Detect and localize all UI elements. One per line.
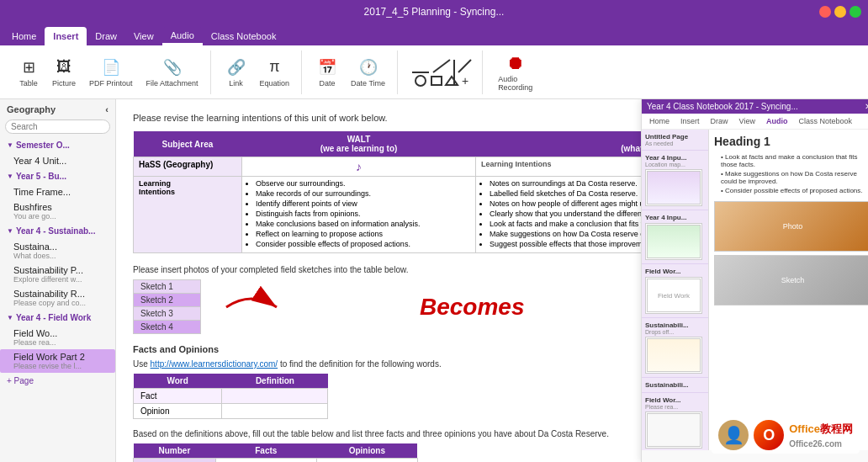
logo-overlay: 👤 O Office教程网 Office26.com xyxy=(712,417,860,454)
datetime-group: 📅 Date 🕐 Date Time xyxy=(305,50,398,94)
walt-item: Make records of our surroundings. xyxy=(256,189,470,198)
rp-titlebar: Year 4 Class Notebook 2017 - Syncing... … xyxy=(642,99,868,114)
walt-item: Consider possible effects of proposed ac… xyxy=(256,240,470,248)
walt-content-cell: Observe our surroundings. Make records o… xyxy=(241,177,475,253)
pdf-button[interactable]: 📄 PDF Printout xyxy=(84,56,138,89)
sidebar-item-bushfires[interactable]: Bushfires You are go... xyxy=(0,199,115,223)
date-icon: 📅 xyxy=(317,57,337,77)
rp-heading: Heading 1 xyxy=(714,135,868,148)
fact-definition xyxy=(222,389,328,404)
rp-list-item[interactable]: Field Wor... Field Work xyxy=(642,264,708,318)
ribbon-toolbar: ⊞ Table 🖼 Picture 📄 PDF Printout 📎 File … xyxy=(0,45,868,99)
tab-draw[interactable]: Draw xyxy=(87,27,125,45)
shapes-toolbar: + xyxy=(408,56,475,89)
app-title: 2017_4_5 Planning - Syncing... xyxy=(364,6,505,18)
svg-point-4 xyxy=(415,76,426,86)
rp-main-content: Heading 1 Look at facts and make a concl… xyxy=(709,130,868,450)
rp-bullet: Make suggestions on how Da Costa reserve… xyxy=(714,170,868,185)
table-label: Table xyxy=(19,79,38,88)
rp-page-thumbnail xyxy=(645,337,702,374)
rp-bullet: Consider possible effects of proposed ac… xyxy=(714,187,868,194)
rp-list-item[interactable]: Sustainabili... Drops off... xyxy=(642,318,708,378)
sidebar-item-sustainabilityp[interactable]: Sustainability P... Explore different w.… xyxy=(0,263,115,286)
sketch-cell: Sketch 4 xyxy=(134,321,201,334)
date-button[interactable]: 📅 Date xyxy=(312,56,342,89)
rp-tab-insert[interactable]: Insert xyxy=(676,116,704,126)
table-icon: ⊞ xyxy=(19,57,39,77)
title-bar: 2017_4_5 Planning - Syncing... xyxy=(0,0,868,24)
picture-icon: 🖼 xyxy=(54,57,74,77)
insert-group: ⊞ Table 🖼 Picture 📄 PDF Printout 📎 File … xyxy=(7,50,211,94)
rp-toolbar: Home Insert Draw View Audio Class Notebo… xyxy=(642,114,868,130)
list-item: Sketch 3 xyxy=(134,307,201,321)
search-input[interactable] xyxy=(5,119,110,134)
main-area: Geography ‹ ▼ Semester O... Year 4 Unit.… xyxy=(0,99,868,462)
sidebar-item-sustainabilityr[interactable]: Sustainability R... Please copy and co..… xyxy=(0,286,115,310)
sidebar-item-timeframe[interactable]: Time Frame... xyxy=(0,184,115,199)
rp-list-item[interactable]: Sustainabili... xyxy=(642,378,708,393)
pdf-label: PDF Printout xyxy=(89,79,133,88)
walt-item: Reflect on learning to propose actions xyxy=(256,230,470,238)
content-area: Please revise the learning intentions of… xyxy=(116,99,868,462)
facts-table: Word Definition Fact Opinion xyxy=(133,374,328,419)
tab-view[interactable]: View xyxy=(125,27,162,45)
rp-tab-notebook[interactable]: Class Notebook xyxy=(794,116,856,126)
becomes-label: Becomes xyxy=(420,294,525,321)
rp-title: Year 4 Class Notebook 2017 - Syncing... xyxy=(647,102,798,111)
datetime-button[interactable]: 🕐 Date Time xyxy=(346,56,390,89)
rp-page-thumbnail: Field Work xyxy=(645,277,702,314)
close-btn[interactable] xyxy=(819,6,831,18)
sidebar-section-semester[interactable]: ▼ Semester O... xyxy=(0,137,115,153)
link-button[interactable]: 🔗 Link xyxy=(221,56,251,89)
shapes-group: + xyxy=(401,50,483,94)
sidebar: Geography ‹ ▼ Semester O... Year 4 Unit.… xyxy=(0,99,116,462)
fact-row-1 xyxy=(215,459,316,463)
table-button[interactable]: ⊞ Table xyxy=(13,56,44,89)
sidebar-item-sustaina[interactable]: Sustaina... What does... xyxy=(0,239,115,263)
rp-content: Untitled Page As needed Year 4 Inpu... L… xyxy=(642,130,868,450)
file-button[interactable]: 📎 File Attachment xyxy=(141,56,204,89)
number-header: Number xyxy=(134,443,216,459)
walt-item: Observe our surroundings. xyxy=(256,179,470,188)
chevron-down-icon: ▼ xyxy=(7,141,13,149)
subject-cell: HaSS (Geography) xyxy=(134,157,242,177)
add-page-button[interactable]: + Page xyxy=(0,373,115,389)
sidebar-section-year5[interactable]: ▼ Year 5 - Bu... xyxy=(0,168,115,184)
rp-list-item[interactable]: Year 4 Inpu... Location map... xyxy=(642,151,708,210)
sidebar-section-fieldwork[interactable]: ▼ Year 4 - Field Work xyxy=(0,310,115,326)
rp-list-item[interactable]: Untitled Page As needed xyxy=(642,130,708,151)
fact-word: Fact xyxy=(134,389,222,404)
definition-header: Definition xyxy=(222,374,328,389)
picture-button[interactable]: 🖼 Picture xyxy=(47,56,81,89)
rp-list-item[interactable]: Field Wor... Please rea... xyxy=(642,393,708,450)
opinion-row-1 xyxy=(316,459,417,463)
sidebar-item-fieldwork1[interactable]: Field Wo... Please rea... xyxy=(0,326,115,349)
tab-audio[interactable]: Audio xyxy=(162,27,203,45)
tab-class-notebook[interactable]: Class Notebook xyxy=(203,27,285,45)
audio-button[interactable]: ⏺ AudioRecording xyxy=(493,51,537,93)
tab-home[interactable]: Home xyxy=(3,27,45,45)
rp-close-icon[interactable]: ✕ xyxy=(865,102,868,111)
table-row: Opinion xyxy=(134,404,328,419)
maximize-btn[interactable] xyxy=(849,6,861,18)
sidebar-item-year4unit[interactable]: Year 4 Unit... xyxy=(0,153,115,168)
opinion-word: Opinion xyxy=(134,404,222,419)
minimize-btn[interactable] xyxy=(834,6,846,18)
link-label: Link xyxy=(229,79,243,88)
sketch-cell: Sketch 3 xyxy=(134,307,201,321)
rp-tab-audio[interactable]: Audio xyxy=(762,116,792,126)
equation-button[interactable]: π Equation xyxy=(255,56,295,89)
sidebar-collapse-icon[interactable]: ‹ xyxy=(105,104,108,114)
facts-link[interactable]: http://www.learnersdictionary.com/ xyxy=(151,359,278,369)
sidebar-title: Geography xyxy=(7,104,56,114)
rp-tab-home[interactable]: Home xyxy=(645,116,674,126)
list-item: Sketch 4 xyxy=(134,321,201,334)
rp-tab-view[interactable]: View xyxy=(735,116,760,126)
rp-list-item[interactable]: Year 4 Inpu... xyxy=(642,210,708,264)
walt-cell: ♪ xyxy=(241,157,475,177)
tab-insert[interactable]: Insert xyxy=(45,27,87,45)
rp-tab-draw[interactable]: Draw xyxy=(707,116,733,126)
rp-images: Photo Sketch xyxy=(714,201,868,305)
sidebar-section-sustainab[interactable]: ▼ Year 4 - Sustainab... xyxy=(0,223,115,239)
sidebar-item-fieldwork2[interactable]: Field Work Part 2 Please revise the l... xyxy=(0,349,115,373)
